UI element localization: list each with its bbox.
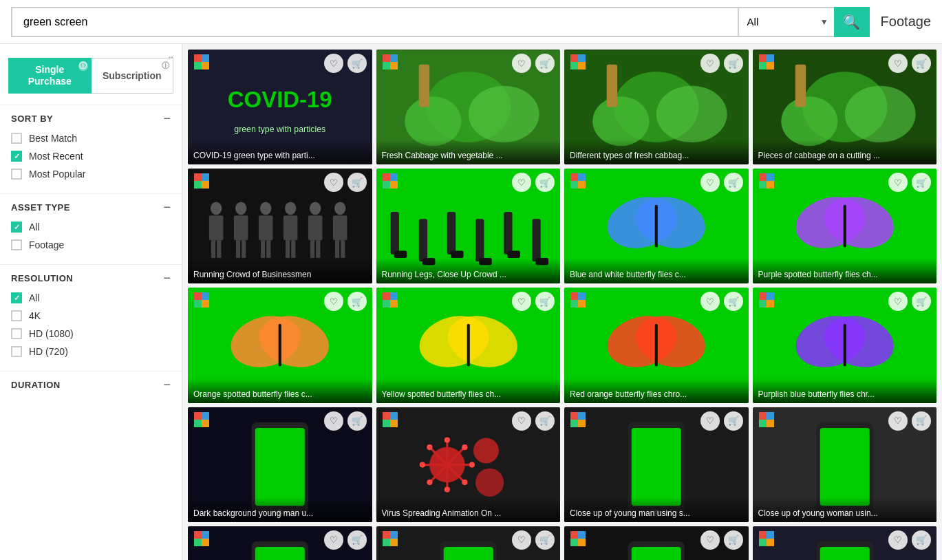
cart-button[interactable]: 🛒	[535, 530, 555, 550]
svg-rect-83	[655, 205, 658, 248]
res-4k-checkbox[interactable]	[11, 310, 22, 321]
grid-item[interactable]: ♡ 🛒 Purple spotted butterfly flies ch...	[753, 169, 937, 283]
favorite-button[interactable]: ♡	[324, 292, 343, 311]
sort-by-toggle[interactable]: −	[163, 112, 171, 125]
svg-rect-196	[570, 531, 578, 539]
resolution-toggle[interactable]: −	[163, 272, 171, 284]
favorite-button[interactable]: ♡	[888, 530, 908, 550]
grid-item[interactable]: ♡ 🛒	[753, 526, 937, 560]
duration-toggle[interactable]: −	[163, 378, 171, 391]
svg-rect-188	[383, 531, 390, 539]
category-dropdown[interactable]: All Footage Images Music Sound Effects	[739, 7, 834, 37]
grid-item[interactable]: ♡ 🛒	[188, 526, 372, 560]
favorite-button[interactable]: ♡	[700, 173, 720, 192]
asset-type-toggle[interactable]: −	[163, 201, 171, 213]
cart-button[interactable]: 🛒	[912, 292, 931, 311]
res-4k[interactable]: 4K	[11, 310, 171, 321]
cart-button[interactable]: 🛒	[912, 54, 931, 73]
sort-most-recent[interactable]: Most Recent	[11, 151, 171, 162]
cart-button[interactable]: 🛒	[347, 292, 367, 311]
grid-item-label: Dark background young man u...	[188, 497, 372, 522]
grid-item[interactable]: COVID-19 green type with particles ♡ 🛒 C…	[188, 50, 372, 164]
grid-item[interactable]: ♡ 🛒 Virus Spreading Animation On ...	[376, 407, 561, 522]
cart-button[interactable]: 🛒	[535, 292, 555, 311]
cart-button[interactable]: 🛒	[724, 411, 743, 431]
grid-item[interactable]: ♡ 🛒 Yellow spotted butterfly flies ch...	[376, 288, 561, 402]
grid-item[interactable]: ♡ 🛒	[376, 526, 561, 560]
grid-item[interactable]: ♡ 🛒 Different types of fresh cabbag...	[564, 50, 749, 164]
favorite-button[interactable]: ♡	[324, 411, 343, 431]
cart-button[interactable]: 🛒	[724, 292, 743, 311]
grid-item[interactable]: ♡ 🛒	[564, 526, 749, 560]
cart-button[interactable]: 🛒	[724, 530, 743, 550]
asset-all[interactable]: All	[11, 222, 171, 233]
cart-button[interactable]: 🛒	[912, 530, 931, 550]
search-button[interactable]: 🔍	[834, 7, 870, 37]
favorite-button[interactable]: ♡	[512, 292, 531, 311]
favorite-button[interactable]: ♡	[324, 54, 343, 73]
favorite-button[interactable]: ♡	[324, 530, 343, 550]
favorite-button[interactable]: ♡	[888, 292, 908, 311]
asset-type-section: ASSET TYPE − All Footage	[0, 193, 182, 264]
asset-all-checkbox[interactable]	[11, 222, 22, 233]
res-hd720-checkbox[interactable]	[11, 346, 22, 357]
cart-button[interactable]: 🛒	[912, 173, 931, 192]
svg-rect-133	[202, 412, 209, 420]
grid-item[interactable]: ♡ 🛒 Red orange butterfly flies chro...	[564, 288, 749, 402]
grid-item[interactable]: ♡ 🛒 Running Crowd of Businessmen	[188, 169, 372, 283]
grid-item[interactable]: ♡ 🛒 Orange spotted butterfly flies c...	[188, 288, 372, 402]
asset-footage[interactable]: Footage	[11, 239, 171, 250]
cart-button[interactable]: 🛒	[724, 54, 743, 73]
grid-item-label: Running Crowd of Businessmen	[188, 259, 372, 283]
sort-best-match-checkbox[interactable]	[11, 133, 22, 144]
asset-footage-checkbox[interactable]	[11, 239, 22, 250]
cart-button[interactable]: 🛒	[535, 173, 555, 192]
grid-item[interactable]: ♡ 🛒 Dark background young man u...	[188, 407, 372, 522]
res-hd1080-checkbox[interactable]	[11, 328, 22, 339]
single-purchase-tab[interactable]: SinglePurchase ⓘ	[8, 58, 92, 94]
favorite-button[interactable]: ♡	[888, 54, 908, 73]
favorite-button[interactable]: ♡	[700, 530, 720, 550]
sort-most-popular-checkbox[interactable]	[11, 169, 22, 180]
sort-most-popular[interactable]: Most Popular	[11, 169, 171, 180]
search-input[interactable]	[11, 7, 738, 37]
svg-rect-173	[767, 412, 774, 420]
grid-item[interactable]: ♡ 🛒 Pieces of cabbage on a cutting ...	[753, 50, 937, 164]
grid-item[interactable]: ♡ 🛒 Purplish blue butterfly flies chr...	[753, 288, 937, 402]
res-all-checkbox[interactable]	[11, 292, 22, 303]
svg-rect-74	[532, 219, 540, 261]
grid-item[interactable]: ♡ 🛒 Fresh Cabbage with vegetable ...	[376, 50, 561, 164]
svg-point-155	[462, 444, 467, 450]
cart-button[interactable]: 🛒	[535, 54, 555, 73]
cart-button[interactable]: 🛒	[347, 411, 367, 431]
cart-button[interactable]: 🛒	[347, 530, 367, 550]
sort-most-recent-checkbox[interactable]	[11, 151, 22, 162]
res-hd1080[interactable]: HD (1080)	[11, 328, 171, 339]
subscription-tab[interactable]: Subscription ⓘ	[92, 58, 174, 94]
grid-item[interactable]: ♡ 🛒 Close up of young woman usin...	[753, 407, 937, 522]
cart-button[interactable]: 🛒	[912, 411, 931, 431]
grid-item[interactable]: ♡ 🛒 Close up of young man using s...	[564, 407, 749, 522]
cart-button[interactable]: 🛒	[347, 173, 367, 192]
cart-button[interactable]: 🛒	[347, 54, 367, 73]
favorite-button[interactable]: ♡	[512, 54, 531, 73]
favorite-button[interactable]: ♡	[512, 530, 531, 550]
cart-button[interactable]: 🛒	[724, 173, 743, 192]
favorite-button[interactable]: ♡	[512, 411, 531, 431]
favorite-button[interactable]: ♡	[700, 54, 720, 73]
cart-button[interactable]: 🛒	[535, 411, 555, 431]
sort-best-match[interactable]: Best Match	[11, 133, 171, 144]
favorite-button[interactable]: ♡	[324, 173, 343, 192]
favorite-button[interactable]: ♡	[700, 292, 720, 311]
grid-item-overlay: ♡ 🛒	[188, 169, 372, 196]
favorite-button[interactable]: ♡	[700, 411, 720, 431]
grid-item[interactable]: ♡ 🛒 Running Legs, Close Up Crowd ...	[376, 169, 561, 283]
res-all[interactable]: All	[11, 292, 171, 303]
favorite-button[interactable]: ♡	[512, 173, 531, 192]
svg-rect-132	[194, 412, 202, 420]
favorite-button[interactable]: ♡	[888, 411, 908, 431]
res-hd720[interactable]: HD (720)	[11, 346, 171, 357]
favorite-button[interactable]: ♡	[888, 173, 908, 192]
action-icons: ♡ 🛒	[888, 292, 931, 311]
grid-item[interactable]: ♡ 🛒 Blue and white butterfly flies c...	[564, 169, 749, 283]
